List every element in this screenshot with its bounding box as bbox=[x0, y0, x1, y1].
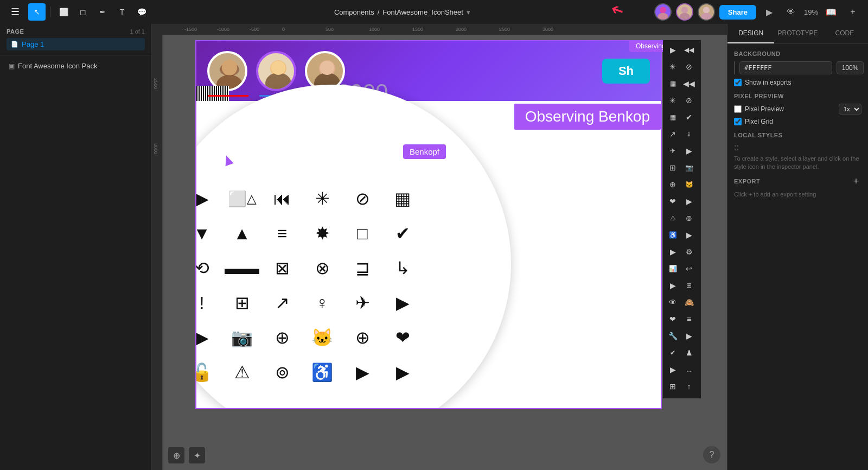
side-icon[interactable]: ≡ bbox=[681, 312, 697, 327]
pages-row: Page 1 of 1 bbox=[7, 28, 145, 35]
svg-point-0 bbox=[660, 7, 666, 13]
side-icon[interactable]: ♿ bbox=[665, 227, 680, 243]
side-icon[interactable]: ⊘ bbox=[681, 93, 697, 108]
side-icon[interactable]: ⊘ bbox=[681, 59, 697, 74]
side-icon-row: ✔ ♟ bbox=[665, 345, 699, 360]
side-icon[interactable]: ▶ bbox=[665, 244, 680, 259]
chevron-down-icon[interactable]: ▾ bbox=[467, 8, 470, 16]
side-icon[interactable]: ✳ bbox=[665, 93, 680, 108]
help-button[interactable]: ? bbox=[703, 446, 720, 463]
side-icon[interactable]: ▶ bbox=[681, 328, 697, 344]
side-icon[interactable]: 🙈 bbox=[681, 295, 697, 310]
frame-tool[interactable]: ⬜ bbox=[55, 3, 72, 21]
layer-item-1[interactable]: ▣ Font Awesome Icon Pack bbox=[0, 60, 151, 72]
export-add-button[interactable]: + bbox=[851, 176, 861, 187]
select-tool[interactable]: ↖ bbox=[28, 3, 46, 21]
background-row: 👁 bbox=[734, 61, 861, 74]
side-icon[interactable]: ◀◀ bbox=[681, 42, 697, 58]
bg-color-swatch[interactable] bbox=[734, 61, 735, 74]
circle-overlay: Benkopf ▶ ⬜△ ⏮ ✳ ⊘ ▦ ▼ ▲ ≡ ✸ □ bbox=[195, 85, 511, 409]
show-in-exports-checkbox[interactable] bbox=[734, 79, 742, 86]
side-icon[interactable]: ▶ bbox=[665, 42, 680, 58]
pixel-scale-select[interactable]: 1x 2x bbox=[839, 104, 861, 115]
bg-color-input[interactable] bbox=[739, 61, 832, 74]
zoom-level[interactable]: 19% bbox=[804, 8, 818, 16]
frame-share-button[interactable]: Sh bbox=[602, 59, 650, 84]
preview-button[interactable]: 👁 bbox=[782, 3, 800, 21]
side-icon[interactable]: ❤ bbox=[665, 194, 680, 209]
side-icon[interactable]: ▦ bbox=[665, 76, 680, 91]
play-button[interactable]: ▶ bbox=[761, 3, 778, 21]
side-icon[interactable]: ⊕ bbox=[665, 177, 680, 192]
side-icon[interactable]: ⊞ bbox=[665, 160, 680, 175]
pen-tool[interactable]: ✒ bbox=[94, 3, 111, 21]
side-icon[interactable]: 👁 bbox=[665, 295, 680, 310]
side-icon[interactable]: ▶ bbox=[665, 278, 680, 293]
side-icon[interactable]: ▦ bbox=[665, 110, 680, 125]
side-icon[interactable]: ↗ bbox=[665, 126, 680, 142]
bg-opacity-input[interactable] bbox=[837, 61, 864, 74]
side-icon[interactable]: ✳ bbox=[665, 59, 680, 74]
side-icon[interactable]: ▶ bbox=[681, 227, 697, 243]
side-icon[interactable]: ↑ bbox=[681, 379, 697, 394]
icon-heart: ❤ bbox=[386, 321, 419, 354]
side-icon[interactable]: ❤ bbox=[665, 312, 680, 327]
side-icon[interactable]: ✔ bbox=[665, 345, 680, 360]
export-section: EXPORT + Click + to add an export settin… bbox=[734, 176, 861, 198]
side-icon[interactable]: ♟ bbox=[681, 345, 697, 360]
side-icon[interactable]: ↩ bbox=[681, 396, 697, 398]
icon-sun: ✸ bbox=[306, 217, 339, 250]
side-icon[interactable]: ⊞ bbox=[665, 379, 680, 394]
pixel-preview-checkbox[interactable] bbox=[734, 105, 742, 113]
side-icon[interactable]: ♀ bbox=[681, 126, 697, 142]
side-icon[interactable]: ▶ bbox=[665, 362, 680, 377]
side-icon-row: ⊕ 🐱 bbox=[665, 177, 699, 192]
tab-code[interactable]: CODE bbox=[821, 24, 868, 43]
side-icon[interactable]: ↩ bbox=[681, 261, 697, 276]
canvas-tool-1[interactable]: ⊕ bbox=[168, 447, 184, 463]
avatar-1[interactable] bbox=[654, 3, 672, 21]
side-icon[interactable]: ✈ bbox=[665, 143, 680, 158]
pixel-grid-checkbox[interactable] bbox=[734, 118, 742, 125]
side-icon-row: 🔧 ▶ bbox=[665, 328, 699, 344]
page-item-1[interactable]: 📄 Page 1 bbox=[7, 38, 145, 50]
pages-title: Page bbox=[7, 28, 24, 35]
tab-prototype[interactable]: PROTOTYPE bbox=[774, 24, 821, 43]
side-icon[interactable]: ⊚ bbox=[681, 211, 697, 226]
text-tool[interactable]: T bbox=[113, 3, 131, 21]
side-icon-row: ❤ ▶ bbox=[665, 194, 699, 209]
canvas-tool-2[interactable]: ✦ bbox=[189, 447, 205, 463]
svg-point-12 bbox=[271, 61, 285, 75]
side-icon[interactable]: U bbox=[665, 396, 680, 398]
menu-button[interactable]: ☰ bbox=[7, 3, 24, 21]
side-icon[interactable]: ◀◀ bbox=[681, 76, 697, 91]
canvas-area[interactable]: -1500 -1000 -500 0 500 1000 1500 2000 25… bbox=[152, 24, 727, 470]
add-button[interactable]: + bbox=[844, 3, 861, 21]
breadcrumb-part1[interactable]: Components bbox=[334, 8, 374, 16]
side-icon[interactable]: ▶ bbox=[681, 194, 697, 209]
side-icon[interactable]: 📊 bbox=[665, 261, 680, 276]
tab-design[interactable]: DESIGN bbox=[727, 24, 774, 43]
side-icon[interactable]: ✔ bbox=[681, 110, 697, 125]
side-icon[interactable]: ⚙ bbox=[681, 244, 697, 259]
page-icon: 📄 bbox=[11, 41, 18, 48]
side-icon[interactable]: 🔧 bbox=[665, 328, 680, 344]
breadcrumb-part2[interactable]: FontAwesome_IconSheet bbox=[382, 8, 463, 16]
shape-tool[interactable]: ◻ bbox=[74, 3, 92, 21]
side-icon[interactable]: ... bbox=[681, 362, 697, 377]
local-styles-desc: To create a style, select a layer and cl… bbox=[734, 155, 861, 172]
side-icon[interactable]: ⚠ bbox=[665, 211, 680, 226]
canvas-side-icons: ▶ ◀◀ ✳ ⊘ ▦ ◀◀ ✳ ⊘ ▦ ✔ ↗ ♀ bbox=[663, 40, 701, 398]
share-button[interactable]: Share bbox=[719, 5, 756, 20]
side-icon[interactable]: ⊞ bbox=[681, 278, 697, 293]
icon-css3: ⊒ bbox=[346, 252, 379, 284]
book-icon[interactable]: 📖 bbox=[822, 3, 840, 21]
comment-tool[interactable]: 💬 bbox=[133, 3, 150, 21]
side-icon[interactable]: 📷 bbox=[681, 160, 697, 175]
avatar-3[interactable] bbox=[698, 3, 715, 21]
side-icon-row: ✳ ⊘ bbox=[665, 59, 699, 74]
avatar-2[interactable] bbox=[676, 3, 693, 21]
side-icon[interactable]: ▶ bbox=[681, 143, 697, 158]
side-icon[interactable]: 🐱 bbox=[681, 177, 697, 192]
ruler-vertical: 2500 3000 bbox=[152, 35, 163, 470]
